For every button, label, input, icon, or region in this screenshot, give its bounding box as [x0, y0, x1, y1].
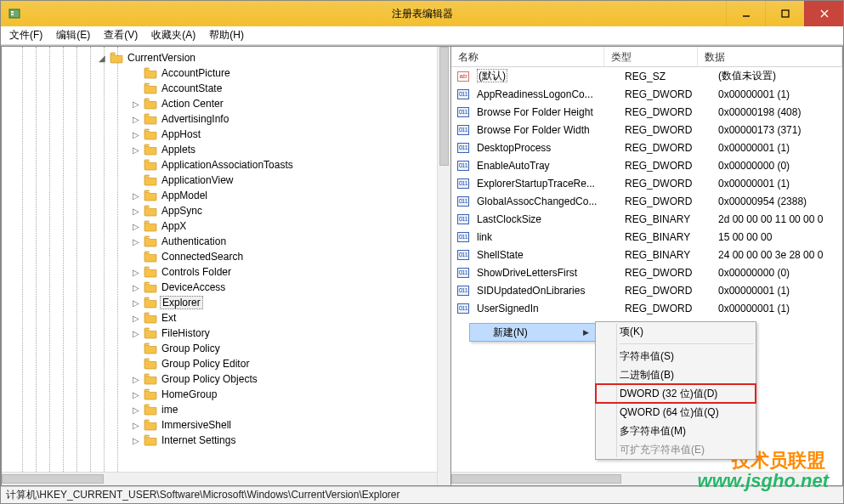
- context-item[interactable]: 多字符串值(M): [596, 422, 756, 440]
- menu-item[interactable]: 文件(F): [4, 26, 48, 44]
- tree-twisty-icon[interactable]: ▷: [131, 191, 141, 201]
- tree-node[interactable]: ApplicationView: [7, 173, 449, 188]
- tree-node[interactable]: Group Policy Editor: [7, 356, 449, 371]
- list-row[interactable]: 011EnableAutoTrayREG_DWORD0x00000000 (0): [451, 156, 842, 174]
- context-item-label: 项(K): [620, 325, 643, 339]
- tree-twisty-icon[interactable]: ▷: [131, 298, 141, 308]
- col-name[interactable]: 名称: [451, 47, 604, 66]
- list-row[interactable]: 011linkREG_BINARY15 00 00 00: [451, 228, 842, 246]
- value-type: REG_DWORD: [618, 178, 711, 190]
- tree-node[interactable]: ▷ImmersiveShell: [7, 417, 449, 433]
- context-item-label: 字符串值(S): [620, 349, 674, 364]
- tree-twisty-icon[interactable]: ▷: [131, 99, 141, 109]
- col-data[interactable]: 数据: [698, 47, 842, 66]
- tree-twisty-icon[interactable]: ▷: [131, 375, 141, 384]
- tree-twisty-icon[interactable]: ▷: [131, 115, 141, 124]
- tree-node[interactable]: ApplicationAssociationToasts: [7, 157, 449, 173]
- tree-node[interactable]: ▷HomeGroup: [7, 387, 449, 402]
- tree-node[interactable]: ▷Group Policy Objects: [7, 371, 449, 387]
- value-name: GlobalAssocChangedCo...: [477, 195, 597, 207]
- tree-twisty-icon[interactable]: ▷: [131, 145, 141, 155]
- list-row[interactable]: 011Browse For Folder WidthREG_DWORD0x000…: [451, 121, 842, 139]
- tree-twisty-icon[interactable]: ▷: [131, 207, 141, 216]
- tree-node[interactable]: AccountPicture: [7, 65, 449, 81]
- tree-twisty-icon[interactable]: ▷: [131, 314, 141, 323]
- value-name: link: [477, 231, 492, 243]
- tree-twisty-icon[interactable]: ▷: [131, 405, 141, 415]
- list-row[interactable]: 011Browse For Folder HeightREG_DWORD0x00…: [451, 103, 842, 121]
- value-data: 24 00 00 00 3e 28 00 0: [711, 249, 842, 261]
- tree-node[interactable]: ▷DeviceAccess: [7, 280, 449, 295]
- list-row[interactable]: 011GlobalAssocChangedCo...REG_DWORD0x000…: [451, 192, 842, 210]
- context-menu-new[interactable]: 新建(N) ▶: [469, 323, 597, 342]
- context-item[interactable]: DWORD (32 位)值(D): [596, 384, 756, 403]
- context-item[interactable]: 字符串值(S): [596, 347, 756, 365]
- tree-node[interactable]: ▷AppModel: [7, 188, 449, 203]
- tree-twisty-icon[interactable]: ▷: [131, 237, 141, 246]
- list-row[interactable]: 011ExplorerStartupTraceRe...REG_DWORD0x0…: [451, 174, 842, 192]
- tree-twisty-icon[interactable]: ▷: [131, 421, 141, 430]
- list-header[interactable]: 名称 类型 数据: [451, 47, 842, 67]
- tree-vertical-scrollbar[interactable]: [437, 47, 450, 485]
- tree-label: AppSync: [160, 205, 204, 217]
- context-item[interactable]: 项(K): [596, 322, 756, 341]
- value-name: Browse For Folder Height: [477, 106, 593, 118]
- context-item-label: 可扩充字符串值(E): [620, 443, 705, 457]
- context-submenu-new[interactable]: 项(K)字符串值(S)二进制值(B)DWORD (32 位)值(D)QWORD …: [595, 321, 756, 460]
- tree-label: Action Center: [160, 98, 225, 110]
- tree-twisty-icon[interactable]: ▷: [131, 222, 141, 231]
- value-type: REG_DWORD: [618, 303, 711, 314]
- tree-node[interactable]: ▷AppX: [7, 218, 449, 234]
- tree-label: Group Policy Objects: [160, 373, 259, 385]
- tree-node[interactable]: ▷Internet Settings: [7, 433, 449, 448]
- tree-node[interactable]: ▷Authentication: [7, 234, 449, 249]
- context-item-new[interactable]: 新建(N) ▶: [469, 323, 597, 342]
- tree-horizontal-scrollbar[interactable]: [2, 472, 437, 485]
- menu-item[interactable]: 查看(V): [99, 26, 143, 44]
- tree-node[interactable]: ▷Explorer: [7, 295, 449, 310]
- tree-node[interactable]: ▷AppSync: [7, 203, 449, 218]
- tree-node[interactable]: ▷FileHistory: [7, 326, 449, 341]
- minimize-button[interactable]: [726, 1, 765, 26]
- menu-item[interactable]: 收藏夹(A): [146, 26, 201, 44]
- menu-item[interactable]: 编辑(E): [51, 26, 95, 44]
- tree-node[interactable]: ▷Controls Folder: [7, 264, 449, 280]
- menu-item[interactable]: 帮助(H): [204, 26, 249, 44]
- list-row[interactable]: 011LastClockSizeREG_BINARY2d 00 00 00 11…: [451, 210, 842, 228]
- tree-twisty-icon[interactable]: ▷: [131, 283, 141, 292]
- tree-node[interactable]: ▷AppHost: [7, 127, 449, 142]
- list-row[interactable]: 011UserSignedInREG_DWORD0x00000001 (1): [451, 299, 842, 317]
- tree-twisty-icon[interactable]: ▷: [131, 390, 141, 399]
- titlebar[interactable]: 注册表编辑器: [1, 1, 843, 26]
- tree-node[interactable]: AccountState: [7, 81, 449, 96]
- tree-node[interactable]: ▷ime: [7, 402, 449, 417]
- tree-twisty-icon[interactable]: ▷: [131, 268, 141, 277]
- tree-node[interactable]: ▷Applets: [7, 142, 449, 157]
- list-row[interactable]: 011DesktopProcessREG_DWORD0x00000001 (1): [451, 139, 842, 156]
- value-data: 0x00000000 (0): [711, 267, 842, 279]
- col-type[interactable]: 类型: [604, 47, 698, 66]
- maximize-button[interactable]: [765, 1, 804, 26]
- close-button[interactable]: [804, 1, 843, 26]
- context-item[interactable]: 二进制值(B): [596, 365, 756, 384]
- tree-twisty-icon[interactable]: ◢: [97, 54, 107, 63]
- tree-twisty-icon[interactable]: ▷: [131, 329, 141, 338]
- tree-twisty-icon[interactable]: ▷: [131, 130, 141, 139]
- value-data: 0x00000173 (371): [711, 124, 842, 136]
- tree-node[interactable]: ▷Ext: [7, 310, 449, 326]
- tree-node[interactable]: ▷AdvertisingInfo: [7, 111, 449, 127]
- list-row[interactable]: 011AppReadinessLogonCo...REG_DWORD0x0000…: [451, 85, 842, 103]
- list-row[interactable]: ab(默认)REG_SZ(数值未设置): [451, 67, 842, 85]
- list-row[interactable]: 011ShellStateREG_BINARY24 00 00 00 3e 28…: [451, 246, 842, 263]
- context-item-label: 多字符串值(M): [620, 424, 686, 439]
- tree-node[interactable]: Group Policy: [7, 341, 449, 356]
- list-row[interactable]: 011SIDUpdatedOnLibrariesREG_DWORD0x00000…: [451, 281, 842, 299]
- tree-node[interactable]: ▷Action Center: [7, 96, 449, 111]
- context-item[interactable]: QWORD (64 位)值(Q): [596, 403, 756, 422]
- list-row[interactable]: 011ShowDriveLettersFirstREG_DWORD0x00000…: [451, 263, 842, 281]
- registry-tree[interactable]: ◢CurrentVersionAccountPictureAccountStat…: [2, 47, 450, 485]
- values-horizontal-scrollbar[interactable]: [451, 472, 829, 485]
- tree-twisty-icon[interactable]: ▷: [131, 436, 141, 445]
- tree-node[interactable]: ConnectedSearch: [7, 249, 449, 264]
- tree-node-root[interactable]: ◢CurrentVersion: [7, 50, 449, 65]
